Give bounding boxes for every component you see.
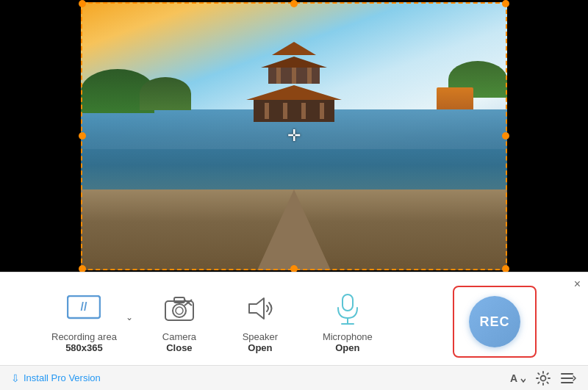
speaker-icon [242,290,279,327]
recording-area-control[interactable]: // Recording area 580x365 ⌄ [29,290,139,353]
status-bar: ⇩ Install Pro Version A [0,365,588,390]
svg-point-3 [173,304,186,317]
rec-button-container: REC [453,286,537,358]
speaker-status: Open [248,342,272,353]
recording-area-dropdown[interactable]: ⌄ [126,312,133,322]
install-pro-label: Install Pro Version [24,372,101,383]
svg-point-13 [541,375,546,380]
toolbar-controls: // Recording area 580x365 ⌄ [0,272,588,365]
svg-marker-8 [249,298,264,319]
preview-frame[interactable]: ✛ [81,2,507,270]
svg-text://: // [81,300,87,313]
canvas-area: ✛ [0,0,588,272]
rec-button[interactable]: REC [469,296,520,347]
camera-control[interactable]: Camera Close [139,290,220,353]
toolbar: × // Recording area 580x365 ⌄ [0,272,588,390]
speaker-label: Speaker [243,331,278,342]
svg-text:A: A [510,372,517,384]
microphone-icon [329,290,366,327]
recording-area-value: 580x365 [65,342,103,353]
menu-button[interactable] [561,372,577,385]
svg-point-4 [176,307,183,314]
pagoda [246,42,342,122]
close-button[interactable]: × [574,278,581,290]
camera-status: Close [166,342,192,353]
landscape-photo [81,2,507,270]
speaker-control[interactable]: Speaker Open [220,290,301,353]
microphone-control[interactable]: Microphone Open [301,290,395,353]
settings-button[interactable] [536,371,551,386]
text-annotation-button[interactable]: A [509,372,526,385]
microphone-label: Microphone [323,331,373,342]
monitor-icon: // [65,290,102,327]
camera-icon [161,290,198,327]
microphone-status: Open [335,342,359,353]
camera-label: Camera [162,331,196,342]
recording-area-label: Recording area [51,331,117,342]
rec-button-label: REC [479,314,509,330]
install-pro-link[interactable]: ⇩ Install Pro Version [11,372,101,384]
download-icon: ⇩ [11,372,20,384]
status-bar-right: A [509,371,577,386]
svg-rect-9 [343,295,353,311]
